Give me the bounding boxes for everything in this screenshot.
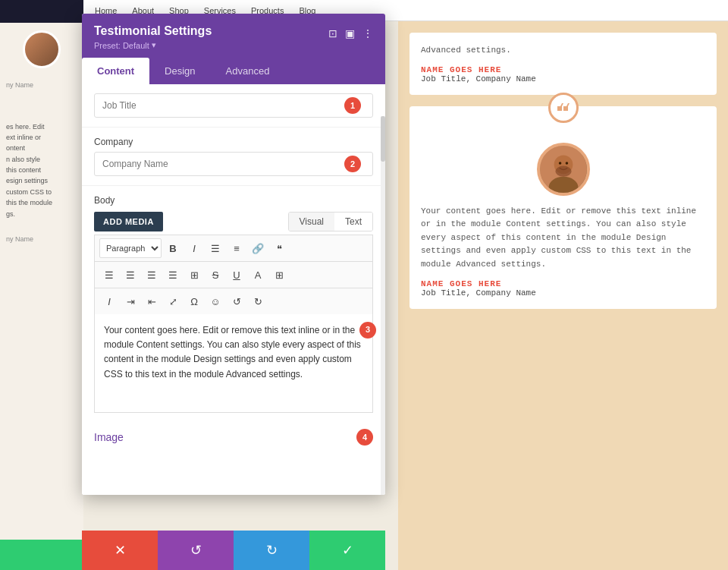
strikethrough-button[interactable]: S bbox=[206, 265, 225, 285]
editor-toolbar-top: ADD MEDIA Visual Text bbox=[94, 212, 373, 231]
image-label: Image 4 bbox=[94, 431, 373, 443]
redo-toolbar-button[interactable]: ↻ bbox=[248, 291, 268, 311]
step-badge-3: 3 bbox=[359, 322, 376, 339]
svg-point-3 bbox=[558, 162, 561, 165]
redo-button[interactable]: ↻ bbox=[234, 531, 309, 570]
job-title-row: 1 bbox=[94, 93, 373, 118]
svg-point-4 bbox=[565, 162, 568, 165]
step-badge-4: 4 bbox=[356, 429, 373, 446]
step-badge-2: 2 bbox=[344, 156, 361, 172]
emoji-button[interactable]: ☺ bbox=[206, 291, 225, 311]
cancel-button[interactable]: ✕ bbox=[82, 531, 158, 570]
chevron-down-icon: ▾ bbox=[152, 40, 156, 50]
layout-icon[interactable]: ▣ bbox=[345, 27, 355, 39]
preview-card-bottom: Your content goes here. Edit or remove t… bbox=[410, 106, 717, 309]
preview-top-name: NAME GOES HERE bbox=[421, 65, 705, 74]
preview-bottom-job: Job Title, Company Name bbox=[421, 288, 705, 298]
preview-top-job: Job Title, Company Name bbox=[421, 74, 705, 83]
preview-area: Advanced settings. NAME GOES HERE Job Ti… bbox=[398, 21, 728, 570]
undo-icon: ↺ bbox=[190, 542, 202, 559]
scroll-bar[interactable] bbox=[381, 116, 385, 495]
panel-title: Testimonial Settings bbox=[94, 24, 212, 38]
blockquote-button[interactable]: ❝ bbox=[269, 238, 289, 258]
toolbar-row-1: Paragraph B I ☰ ≡ 🔗 ❝ bbox=[94, 235, 373, 261]
company-row: 2 bbox=[94, 152, 373, 176]
company-input[interactable] bbox=[94, 152, 373, 176]
fullscreen-icon[interactable]: ⊡ bbox=[328, 27, 337, 39]
view-tab-visual[interactable]: Visual bbox=[289, 213, 334, 231]
panel-body: 1 Company 2 Body ADD MEDIA Visual Text bbox=[82, 84, 385, 495]
italic-button[interactable]: I bbox=[184, 238, 204, 258]
sidebar-text: ny Name es here. Editext inline orontent… bbox=[0, 74, 83, 251]
outdent-button[interactable]: ⇤ bbox=[142, 291, 162, 311]
panel-tabs: Content Design Advanced bbox=[82, 58, 385, 84]
save-button[interactable]: ✓ bbox=[309, 531, 385, 570]
save-icon: ✓ bbox=[342, 542, 353, 559]
indent-button[interactable]: ⇥ bbox=[121, 291, 140, 311]
toolbar-row-3: I ⇥ ⇤ ⤢ Ω ☺ ↺ ↻ bbox=[94, 288, 373, 314]
quote-badge-icon bbox=[548, 93, 579, 123]
footer-spacer bbox=[82, 449, 385, 495]
view-tab-text[interactable]: Text bbox=[334, 213, 372, 231]
preview-avatar bbox=[537, 143, 590, 196]
job-title-section: 1 bbox=[82, 84, 385, 128]
italic2-button[interactable]: I bbox=[99, 291, 119, 311]
redo-icon: ↻ bbox=[266, 542, 278, 559]
tab-advanced[interactable]: Advanced bbox=[211, 58, 285, 84]
underline-button[interactable]: U bbox=[227, 265, 246, 285]
align-left-button[interactable]: ☰ bbox=[99, 265, 119, 285]
tab-content[interactable]: Content bbox=[82, 58, 149, 84]
editor-section: Body ADD MEDIA Visual Text Paragraph B I… bbox=[82, 186, 385, 422]
paragraph-select[interactable]: Paragraph bbox=[99, 238, 162, 258]
sidebar-avatar bbox=[23, 30, 61, 68]
preview-bottom-name: NAME GOES HERE bbox=[421, 279, 705, 288]
more-icon[interactable]: ⋮ bbox=[362, 27, 373, 39]
align-center-button[interactable]: ☰ bbox=[121, 265, 140, 285]
toolbar-row-2: ☰ ☰ ☰ ☰ ⊞ S U A ⊞ bbox=[94, 261, 373, 288]
cancel-icon: ✕ bbox=[115, 542, 126, 559]
more-formats-button[interactable]: ⊞ bbox=[269, 265, 289, 285]
job-title-input[interactable] bbox=[94, 93, 373, 118]
table-button[interactable]: ⊞ bbox=[184, 265, 204, 285]
tab-design[interactable]: Design bbox=[149, 58, 210, 84]
body-label: Body bbox=[94, 195, 373, 206]
bullet-list-button[interactable]: ☰ bbox=[206, 238, 225, 258]
step-badge-1: 1 bbox=[344, 97, 361, 114]
panel-footer: ✕ ↺ ↻ ✓ bbox=[82, 531, 385, 570]
left-sidebar: ny Name es here. Editext inline orontent… bbox=[0, 0, 83, 570]
add-media-button[interactable]: ADD MEDIA bbox=[94, 212, 163, 231]
expand-button[interactable]: ⤢ bbox=[163, 291, 183, 311]
numbered-list-button[interactable]: ≡ bbox=[227, 238, 246, 258]
panel-header-icons: ⊡ ▣ ⋮ bbox=[328, 27, 373, 39]
scroll-thumb bbox=[381, 116, 385, 162]
preview-avatar-container bbox=[421, 143, 705, 196]
settings-panel: Testimonial Settings Preset: Default ▾ ⊡… bbox=[82, 14, 385, 495]
align-right-button[interactable]: ☰ bbox=[142, 265, 162, 285]
company-label: Company bbox=[94, 137, 373, 147]
align-justify-button[interactable]: ☰ bbox=[163, 265, 183, 285]
panel-header: Testimonial Settings Preset: Default ▾ ⊡… bbox=[82, 14, 385, 58]
panel-preset[interactable]: Preset: Default ▾ bbox=[94, 40, 212, 50]
link-button[interactable]: 🔗 bbox=[248, 238, 268, 258]
company-section: Company 2 bbox=[82, 128, 385, 186]
editor-view-tabs: Visual Text bbox=[288, 212, 373, 231]
left-green-bar bbox=[0, 540, 83, 570]
preview-card-top: Advanced settings. NAME GOES HERE Job Ti… bbox=[410, 33, 717, 95]
panel-title-block: Testimonial Settings Preset: Default ▾ bbox=[94, 24, 212, 50]
editor-content[interactable]: Your content goes here. Edit or remove t… bbox=[94, 314, 373, 413]
left-nav-bar bbox=[0, 0, 83, 23]
editor-body-text: Your content goes here. Edit or remove t… bbox=[104, 325, 361, 379]
bold-button[interactable]: B bbox=[163, 238, 183, 258]
special-char-button[interactable]: Ω bbox=[184, 291, 204, 311]
preview-advanced-text: Advanced settings. bbox=[421, 44, 705, 58]
undo-button[interactable]: ↺ bbox=[158, 531, 234, 570]
preview-bottom-content: Your content goes here. Edit or remove t… bbox=[421, 205, 705, 272]
text-color-button[interactable]: A bbox=[248, 265, 268, 285]
image-section: Image 4 bbox=[82, 422, 385, 449]
svg-point-5 bbox=[555, 165, 571, 176]
undo-toolbar-button[interactable]: ↺ bbox=[227, 291, 246, 311]
